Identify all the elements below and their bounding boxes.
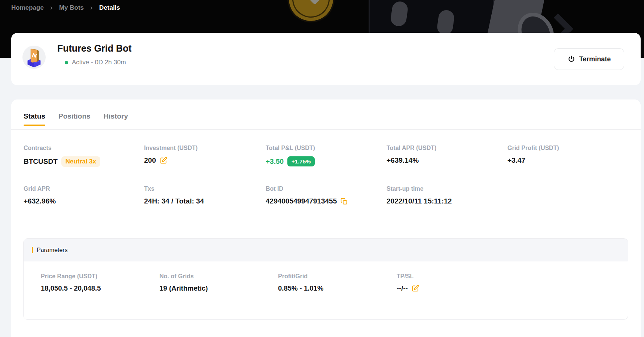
bot-status-text: Active - 0D 2h 30m — [72, 59, 126, 66]
copy-bot-id-icon[interactable] — [341, 198, 348, 205]
tab-positions[interactable]: Positions — [58, 112, 91, 126]
breadcrumb: Homepage My Bots Details — [11, 3, 120, 13]
parameters-section: Parameters Price Range (USDT) 18,050.5 -… — [23, 238, 628, 320]
edit-investment-icon[interactable] — [160, 157, 167, 164]
tpsl-value: --/-- — [397, 284, 408, 292]
coin-illustration — [281, 0, 341, 28]
param-label: No. of Grids — [159, 273, 208, 280]
bot-id-value: 429400549947913455 — [266, 197, 337, 205]
field-label: Bot ID — [266, 186, 348, 192]
breadcrumb-details: Details — [99, 4, 120, 12]
field-startup-time: Start-up time 2022/10/11 15:11:12 — [387, 186, 452, 205]
grid-apr-value: +632.96% — [24, 197, 56, 205]
field-label: Start-up time — [387, 186, 452, 192]
breadcrumb-my-bots[interactable]: My Bots — [59, 4, 84, 12]
tab-status[interactable]: Status — [24, 112, 45, 126]
param-no-of-grids: No. of Grids 19 (Arithmetic) — [159, 273, 208, 292]
param-label: Profit/Grid — [278, 273, 323, 280]
chevron-right-icon — [89, 6, 94, 10]
page: Homepage My Bots Details Futures Grid Bo… — [0, 0, 644, 337]
profit-grid-value: 0.85% - 1.01% — [278, 284, 323, 292]
parameters-title: Parameters — [37, 247, 68, 254]
param-price-range: Price Range (USDT) 18,050.5 - 20,048.5 — [41, 273, 101, 292]
param-label: TP/SL — [397, 273, 419, 280]
accent-bar — [32, 247, 33, 253]
field-label: Txs — [144, 186, 204, 192]
terminate-button-label: Terminate — [579, 55, 611, 63]
breadcrumb-homepage[interactable]: Homepage — [11, 4, 44, 12]
total-pnl-value: +3.50 — [266, 157, 284, 166]
param-profit-grid: Profit/Grid 0.85% - 1.01% — [278, 273, 323, 292]
page-title: Futures Grid Bot — [57, 43, 132, 54]
field-grid-profit: Grid Profit (USDT) +3.47 — [507, 145, 559, 165]
field-total-pnl: Total P&L (USDT) +3.50 +1.75% — [266, 145, 315, 166]
grid-profit-value: +3.47 — [507, 156, 525, 165]
pnl-percent-badge: +1.75% — [287, 156, 315, 166]
field-txs: Txs 24H: 34 / Total: 34 — [144, 186, 204, 205]
field-grid-apr: Grid APR +632.96% — [24, 186, 56, 205]
leverage-badge: Neutral 3x — [61, 156, 100, 167]
field-investment: Investment (USDT) 200 — [144, 145, 198, 165]
tab-history[interactable]: History — [104, 112, 128, 126]
power-icon — [567, 55, 576, 63]
field-label: Contracts — [24, 145, 100, 151]
field-label: Grid Profit (USDT) — [507, 145, 559, 151]
field-contracts: Contracts BTCUSDT Neutral 3x — [24, 145, 100, 167]
grid-bot-icon — [22, 46, 46, 69]
terminate-button[interactable]: Terminate — [554, 48, 624, 70]
bot-header-card: Futures Grid Bot Active - 0D 2h 30m Term… — [11, 33, 641, 85]
parameters-header: Parameters — [24, 239, 628, 261]
chevron-right-icon — [49, 6, 54, 10]
field-total-apr: Total APR (USDT) +639.14% — [387, 145, 436, 165]
investment-value: 200 — [144, 156, 156, 165]
field-label: Total P&L (USDT) — [266, 145, 315, 151]
bot-detail-card: Status Positions History Contracts BTCUS… — [11, 99, 641, 337]
field-label: Grid APR — [24, 186, 56, 192]
param-label: Price Range (USDT) — [41, 273, 101, 280]
field-label: Total APR (USDT) — [387, 145, 436, 151]
price-range-value: 18,050.5 - 20,048.5 — [41, 284, 101, 292]
startup-time-value: 2022/10/11 15:11:12 — [387, 197, 452, 205]
tabs-divider — [11, 129, 641, 130]
contracts-value: BTCUSDT — [24, 157, 58, 166]
bot-status: Active - 0D 2h 30m — [65, 59, 126, 66]
bot-avatar — [22, 46, 46, 69]
edit-tpsl-icon[interactable] — [412, 285, 419, 292]
detail-tabs: Status Positions History — [24, 112, 128, 126]
param-tpsl: TP/SL --/-- — [397, 273, 419, 292]
field-bot-id: Bot ID 429400549947913455 — [266, 186, 348, 205]
txs-value: 24H: 34 / Total: 34 — [144, 197, 204, 205]
active-status-dot — [65, 61, 68, 64]
no-of-grids-value: 19 (Arithmetic) — [159, 284, 208, 292]
total-apr-value: +639.14% — [387, 156, 419, 165]
field-label: Investment (USDT) — [144, 145, 198, 151]
